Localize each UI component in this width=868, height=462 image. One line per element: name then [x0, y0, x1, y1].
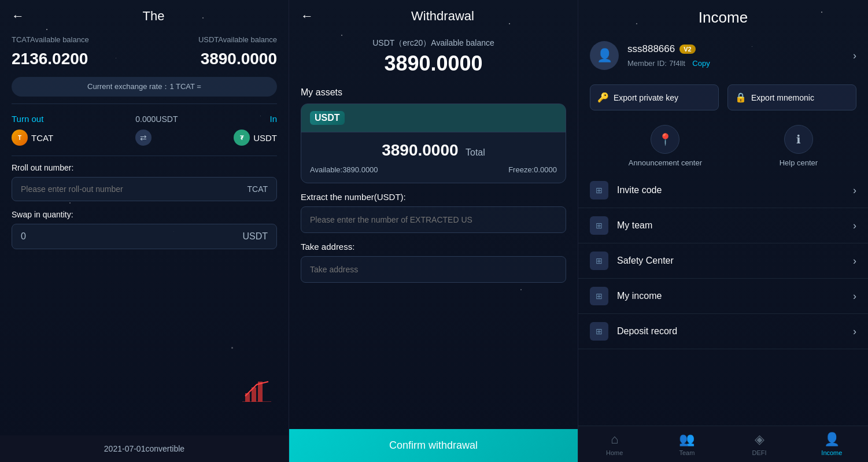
withdrawal-panel: ← Withdrawal USDT（erc20）Available balanc… — [289, 0, 578, 462]
member-id-row: Member ID: 7f4llt Copy — [627, 58, 853, 68]
announcement-item[interactable]: 📍 Announcement center — [629, 125, 702, 167]
withdrawal-balance-label: USDT（erc20）Available balance — [301, 38, 566, 49]
menu-item-safety-center[interactable]: ⊞ Safety Center › — [578, 243, 868, 279]
export-mnemonic-label: Export mnemonic — [751, 93, 814, 102]
usdt-icon: ₮ — [234, 130, 250, 146]
swap-in-box: 0 USDT — [12, 224, 277, 249]
in-label: In — [269, 114, 277, 124]
my-income-chevron: › — [853, 290, 856, 302]
panel1-header: ← The — [0, 0, 289, 32]
safety-center-icon: ⊞ — [590, 252, 608, 270]
withdrawal-back-button[interactable]: ← — [301, 9, 313, 24]
invite-code-chevron: › — [853, 184, 856, 197]
assets-section-title: My assets — [289, 87, 578, 98]
exchange-rate-box: Current exchange rate：1 TCAT = — [12, 77, 277, 97]
roll-out-input[interactable] — [21, 184, 247, 194]
invite-code-label: Invite code — [617, 185, 853, 195]
roll-out-unit: TCAT — [247, 184, 268, 194]
home-label: Home — [606, 449, 623, 456]
team-icon: 👥 — [679, 432, 695, 447]
safety-center-label: Safety Center — [617, 256, 853, 266]
balance-values-row: 2136.0200 3890.0000 — [0, 47, 289, 71]
export-private-key-label: Export private key — [614, 93, 678, 102]
divider2 — [12, 156, 277, 156]
roll-out-input-wrapper[interactable]: TCAT — [12, 177, 277, 201]
deposit-record-chevron: › — [853, 326, 856, 338]
assets-total: 3890.0000 Total — [310, 141, 557, 160]
swap-in-section: Swap in quantity: 0 USDT — [0, 210, 289, 249]
help-item[interactable]: ℹ Help center — [780, 125, 818, 167]
extract-input[interactable] — [301, 206, 566, 233]
tcat-icon: T — [12, 130, 28, 146]
help-icon: ℹ — [784, 125, 813, 154]
nav-home[interactable]: ⌂ Home — [578, 426, 651, 462]
menu-item-my-team[interactable]: ⊞ My team › — [578, 208, 868, 243]
address-input-wrapper[interactable] — [301, 256, 566, 283]
export-private-key-button[interactable]: 🔑 Export private key — [590, 84, 719, 110]
user-info: sss888666 V2 Member ID: 7f4llt Copy — [627, 43, 853, 68]
token-row: T TCAT ⇄ ₮ USDT — [0, 127, 289, 149]
home-icon: ⌂ — [611, 432, 618, 447]
tcat-balance-value: 2136.0200 — [12, 50, 88, 68]
assets-total-value: 3890.0000 — [382, 141, 458, 159]
panel2-title: Withdrawal — [319, 9, 566, 24]
menu-list: ⊞ Invite code › ⊞ My team › ⊞ Safety Cen… — [578, 173, 868, 349]
username-row: sss888666 V2 — [627, 43, 853, 55]
nav-income[interactable]: 👤 Income — [796, 426, 868, 462]
back-button[interactable]: ← — [12, 9, 24, 24]
tcat-balance-label: TCATAvailable balance — [12, 35, 89, 44]
menu-item-deposit-record[interactable]: ⊞ Deposit record › — [578, 314, 868, 349]
swap-direction-row: Turn out 0.000USDT In — [0, 111, 289, 127]
nav-defi[interactable]: ◈ DEFI — [723, 426, 796, 462]
my-income-icon: ⊞ — [590, 287, 608, 305]
income-nav-icon: 👤 — [824, 432, 840, 447]
swap-in-label: Swap in quantity: — [12, 210, 277, 219]
safety-center-chevron: › — [853, 255, 856, 267]
withdrawal-balance-section: USDT（erc20）Available balance 3890.0000 — [289, 32, 578, 87]
assets-card: USDT 3890.0000 Total Available:3890.0000… — [301, 104, 566, 183]
withdrawal-balance-value: 3890.0000 — [301, 51, 566, 76]
member-id-label: Member ID: — [627, 59, 667, 68]
my-team-label: My team — [617, 220, 853, 231]
address-input[interactable] — [301, 256, 566, 283]
copy-button[interactable]: Copy — [692, 59, 710, 68]
announcement-label: Announcement center — [629, 158, 702, 167]
assets-details-row: Available:3890.0000 Freeze:0.0000 — [310, 165, 557, 174]
assets-card-header: USDT — [301, 104, 566, 132]
freeze-label: Freeze:0.0000 — [508, 165, 557, 174]
my-team-chevron: › — [853, 220, 856, 232]
user-card-chevron[interactable]: › — [853, 50, 856, 62]
export-mnemonic-button[interactable]: 🔒 Export mnemonic — [727, 84, 856, 110]
extract-input-wrapper[interactable] — [301, 206, 566, 233]
bottom-navigation: ⌂ Home 👥 Team ◈ DEFI 👤 Income — [578, 426, 868, 462]
swap-amount: 0.000USDT — [135, 114, 178, 124]
usdt-tab[interactable]: USDT — [310, 111, 345, 125]
my-team-icon: ⊞ — [590, 216, 608, 235]
swap-panel: ← The TCATAvailable balance USDTAvailabl… — [0, 0, 289, 462]
swap-icon: ⇄ — [135, 130, 152, 146]
roll-out-section: Rroll out number: TCAT — [0, 163, 289, 201]
invite-code-icon: ⊞ — [590, 181, 608, 199]
deposit-record-icon: ⊞ — [590, 322, 608, 341]
swap-in-value: 0 — [21, 231, 26, 242]
panel2-header: ← Withdrawal — [289, 0, 578, 32]
key-buttons-row: 🔑 Export private key 🔒 Export mnemonic — [578, 76, 868, 119]
nav-team[interactable]: 👥 Team — [651, 426, 723, 462]
tcat-token-item: T TCAT — [12, 130, 53, 146]
tcat-token-label: TCAT — [31, 133, 53, 143]
income-nav-label: Income — [821, 449, 842, 456]
swap-in-unit: USDT — [242, 231, 268, 242]
v2-badge: V2 — [679, 45, 695, 54]
deposit-record-label: Deposit record — [617, 326, 853, 337]
menu-item-my-income[interactable]: ⊞ My income › — [578, 279, 868, 314]
confirm-withdrawal-button[interactable]: Confirm withdrawal — [289, 429, 578, 462]
defi-icon: ◈ — [755, 432, 764, 447]
chart-icon — [242, 379, 271, 404]
usdt-balance-value: 3890.0000 — [201, 50, 277, 68]
my-income-label: My income — [617, 291, 853, 301]
user-card: 👤 sss888666 V2 Member ID: 7f4llt Copy › — [578, 35, 868, 76]
lock-icon: 🔒 — [735, 92, 747, 103]
address-section-label: Take address: — [289, 242, 578, 252]
menu-item-invite-code[interactable]: ⊞ Invite code › — [578, 173, 868, 208]
key-icon: 🔑 — [597, 92, 609, 103]
